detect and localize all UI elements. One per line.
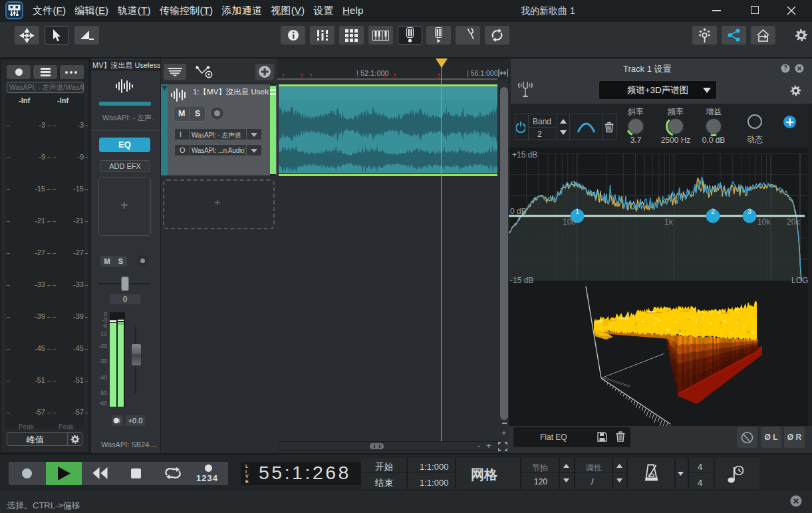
- svg-text:1: 1: [575, 208, 579, 215]
- svg-text:?: ?: [783, 64, 787, 72]
- svg-text:2: 2: [711, 208, 715, 215]
- svg-text:3: 3: [747, 208, 751, 215]
